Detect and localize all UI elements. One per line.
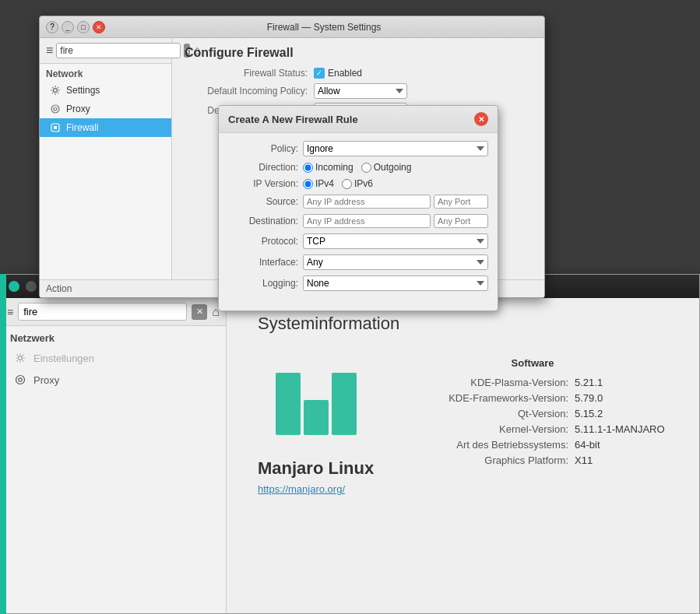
si-einstellungen-label: Einstellungen	[33, 353, 94, 364]
fw-search-input[interactable]	[56, 43, 181, 58]
si-info-value: 5.79.0	[575, 392, 668, 404]
svg-point-7	[19, 378, 22, 381]
si-info-value: 64-bit	[575, 439, 668, 451]
fw-source-ip-input[interactable]	[303, 195, 431, 209]
fw-direction-row: Direction: Incoming Outgoing	[228, 162, 488, 173]
fw-configure-title: Configure Firewall	[183, 46, 533, 60]
fw-enabled-check: ✓	[314, 68, 325, 79]
fw-ipv4-radio[interactable]	[303, 179, 313, 189]
fw-ipv4-text: IPv4	[315, 178, 334, 189]
fw-direction-outgoing-label[interactable]: Outgoing	[361, 162, 412, 173]
si-proxy-label: Proxy	[33, 374, 59, 386]
fw-titlebar: ? _ □ ✕ Firewall — System Settings	[40, 16, 544, 38]
fw-sidebar-item-proxy[interactable]: Proxy	[40, 100, 171, 118]
fw-dest-ip-port	[303, 214, 488, 228]
fw-proxy-label: Proxy	[66, 104, 90, 114]
fw-logging-label: Logging:	[228, 278, 298, 289]
si-content-area: Manjaro Linux https://manjaro.org/ Softw…	[258, 357, 668, 495]
systeminfo-window: Systeminformation — Systemeinstellungen …	[0, 274, 700, 614]
si-info-row: Kernel-Version: 5.11.1-1-MANJARO	[397, 423, 668, 435]
fw-maximize-button[interactable]: □	[77, 21, 90, 33]
fw-incoming-select[interactable]: Allow Deny Reject	[314, 83, 407, 99]
fw-incoming-label: Default Incoming Policy:	[183, 86, 308, 96]
si-brand-link[interactable]: https://manjaro.org/	[258, 483, 345, 495]
fw-direction-outgoing-radio[interactable]	[361, 163, 371, 173]
fw-ipv4-label[interactable]: IPv4	[303, 178, 334, 189]
fw-hamburger-icon[interactable]: ≡	[46, 44, 53, 58]
fw-logging-select[interactable]: None All New	[303, 275, 488, 291]
si-titlebar-dot-teal	[9, 281, 19, 292]
fw-ipv6-label[interactable]: IPv6	[342, 178, 373, 189]
fw-interface-label: Interface:	[228, 257, 298, 268]
si-info-rows-container: KDE-Plasma-Version: 5.21.1 KDE-Framework…	[397, 377, 668, 466]
fw-help-button[interactable]: ?	[46, 21, 58, 33]
fw-dest-port-input[interactable]	[434, 214, 488, 228]
fw-protocol-label: Protocol:	[228, 236, 298, 247]
fw-ipv6-radio[interactable]	[342, 179, 352, 189]
svg-rect-8	[276, 373, 301, 435]
svg-rect-10	[332, 373, 357, 435]
fw-rule-dialog: Create A New Firewall Rule ✕ Policy: Ign…	[218, 105, 498, 311]
si-body: ≡ ✕ ⌂ Netzwerk Einstellungen Proxy	[1, 298, 699, 613]
si-search-clear-button[interactable]: ✕	[192, 304, 207, 320]
fw-sidebar-item-settings[interactable]: Settings	[40, 81, 171, 100]
si-search-bar: ≡ ✕ ⌂	[1, 298, 226, 326]
si-info-key: KDE-Plasma-Version:	[413, 377, 568, 388]
fw-titlebar-controls: ? _ □ ✕	[46, 21, 105, 33]
fw-close-button[interactable]: ✕	[93, 21, 105, 33]
fw-minimize-button[interactable]: _	[62, 21, 74, 33]
si-info-value: X11	[575, 454, 668, 466]
svg-rect-9	[304, 400, 329, 435]
si-info-value: 5.21.1	[575, 377, 668, 388]
fw-sidebar-item-firewall[interactable]: Firewall	[40, 118, 171, 137]
si-sidebar-item-proxy[interactable]: Proxy	[1, 369, 226, 391]
si-left-accent-bar	[0, 274, 6, 614]
fw-logging-row: Logging: None All New	[228, 275, 488, 291]
fw-direction-incoming-text: Incoming	[315, 162, 354, 173]
svg-point-0	[54, 89, 58, 93]
si-info-key: Qt-Version:	[413, 408, 568, 419]
fw-protocol-row: Protocol: TCP UDP Any	[228, 233, 488, 249]
si-main-content: Systeminformation Manjaro L	[227, 298, 699, 613]
si-brand-area: Manjaro Linux https://manjaro.org/	[258, 458, 374, 495]
firewall-icon	[49, 121, 62, 134]
fw-status-label: Firewall Status:	[183, 68, 308, 79]
fw-protocol-select[interactable]: TCP UDP Any	[303, 233, 488, 249]
svg-point-2	[54, 107, 57, 111]
settings-icon	[49, 84, 62, 96]
fw-ipv6-text: IPv6	[354, 178, 373, 189]
fw-direction-incoming-radio[interactable]	[303, 163, 313, 173]
si-hamburger-icon[interactable]: ≡	[7, 306, 13, 318]
si-info-row: Art des Betriebssystems: 64-bit	[397, 439, 668, 451]
si-sidebar-item-einstellungen[interactable]: Einstellungen	[1, 347, 226, 369]
si-info-value: 5.11.1-1-MANJARO	[575, 423, 668, 435]
si-info-area: Software KDE-Plasma-Version: 5.21.1 KDE-…	[397, 357, 668, 470]
fw-interface-select[interactable]: Any eth0 wlan0	[303, 254, 488, 270]
fw-ipversion-row: IP Version: IPv4 IPv6	[228, 178, 488, 189]
si-search-input[interactable]	[18, 303, 187, 321]
si-info-key: Graphics Platform:	[413, 454, 568, 466]
si-info-key: Art des Betriebssystems:	[413, 439, 568, 451]
fw-policy-row: Policy: Ignore Allow Deny	[228, 141, 488, 156]
si-info-key: Kernel-Version:	[413, 423, 568, 435]
si-info-row: Qt-Version: 5.15.2	[397, 408, 668, 419]
fw-policy-label: Policy:	[228, 143, 298, 154]
fw-dialog-title-text: Create A New Firewall Rule	[228, 114, 358, 125]
fw-settings-label: Settings	[66, 85, 100, 96]
fw-direction-incoming-label[interactable]: Incoming	[303, 162, 354, 173]
fw-source-label: Source:	[228, 196, 298, 207]
fw-incoming-policy-row: Default Incoming Policy: Allow Deny Reje…	[183, 83, 533, 99]
fw-source-port-input[interactable]	[434, 195, 488, 209]
si-info-value: 5.15.2	[575, 408, 668, 419]
fw-status-row: Firewall Status: ✓ Enabled	[183, 68, 533, 79]
fw-dest-ip-input[interactable]	[303, 214, 431, 228]
fw-action-label: Action	[46, 283, 72, 294]
fw-policy-select[interactable]: Ignore Allow Deny	[303, 141, 488, 156]
proxy-icon	[49, 103, 62, 115]
fw-ipversion-radio-group: IPv4 IPv6	[303, 178, 373, 189]
fw-firewall-label: Firewall	[66, 122, 98, 133]
fw-dialog-close-button[interactable]: ✕	[474, 112, 488, 126]
si-info-row: Graphics Platform: X11	[397, 454, 668, 466]
si-logo-area: Manjaro Linux https://manjaro.org/	[258, 357, 374, 495]
fw-source-ip-port	[303, 195, 488, 209]
